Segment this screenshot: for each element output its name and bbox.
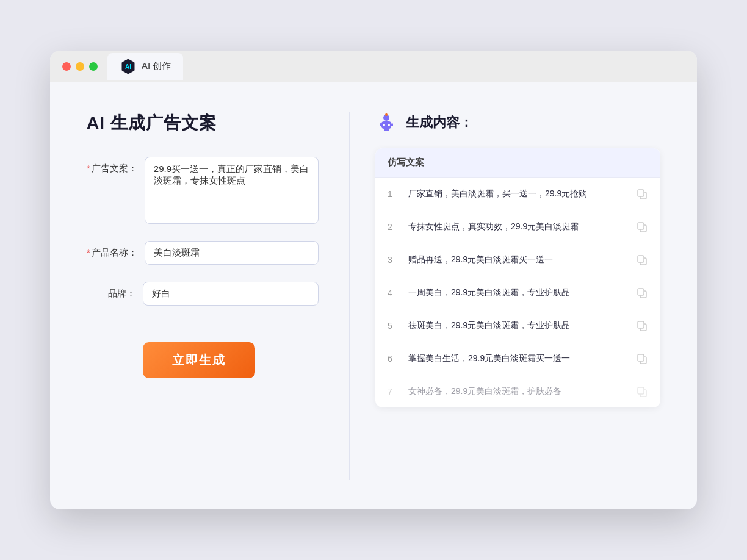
right-header: 生成内容： [375, 112, 660, 134]
copy-icon[interactable] [636, 221, 648, 233]
svg-point-4 [383, 124, 385, 126]
row-number: 6 [388, 354, 400, 364]
svg-text:AI: AI [125, 63, 131, 70]
product-name-input[interactable] [145, 241, 319, 265]
ad-copy-label: *广告文案： [87, 157, 137, 174]
svg-rect-9 [391, 123, 393, 126]
product-name-group: *产品名称： [87, 241, 319, 265]
maximize-button[interactable] [89, 62, 98, 71]
copy-icon[interactable] [636, 254, 648, 266]
content-area: AI 生成广告文案 *广告文案： 29.9买一送一，真正的厂家直销，美白淡斑霜，… [50, 82, 697, 509]
row-text: 赠品再送，29.9元美白淡斑霜买一送一 [408, 253, 627, 266]
ai-tab[interactable]: AI AI 创作 [107, 53, 183, 80]
right-title: 生成内容： [406, 113, 473, 132]
results-container: 仿写文案 1厂家直销，美白淡斑霜，买一送一，29.9元抢购 2专抹女性斑点，真实… [375, 148, 660, 407]
row-text: 专抹女性斑点，真实功效，29.9元美白淡斑霜 [408, 220, 627, 233]
result-row: 2专抹女性斑点，真实功效，29.9元美白淡斑霜 [375, 210, 660, 243]
row-text: 一周美白，29.9元美白淡斑霜，专业护肤品 [408, 286, 627, 299]
svg-rect-11 [386, 129, 389, 131]
result-row: 7女神必备，29.9元美白淡斑霜，护肤必备 [375, 375, 660, 407]
svg-rect-21 [638, 321, 644, 328]
browser-window: AI AI 创作 AI 生成广告文案 *广告文案： 29.9买一送一，真正的厂家… [50, 51, 697, 509]
result-row: 1厂家直销，美白淡斑霜，买一送一，29.9元抢购 [375, 178, 660, 210]
minimize-button[interactable] [76, 62, 84, 71]
results-header: 仿写文案 [375, 148, 660, 178]
brand-group: 品牌： [87, 282, 319, 306]
panel-divider [349, 112, 350, 480]
brand-input[interactable] [143, 282, 319, 306]
right-panel: 生成内容： 仿写文案 1厂家直销，美白淡斑霜，买一送一，29.9元抢购 2专抹女… [356, 112, 660, 480]
row-text: 厂家直销，美白淡斑霜，买一送一，29.9元抢购 [408, 187, 627, 200]
row-text: 女神必备，29.9元美白淡斑霜，护肤必备 [408, 385, 627, 398]
svg-rect-17 [638, 256, 644, 262]
result-row: 3赠品再送，29.9元美白淡斑霜买一送一 [375, 243, 660, 276]
window-controls [62, 62, 98, 71]
svg-rect-13 [638, 190, 644, 196]
results-list: 1厂家直销，美白淡斑霜，买一送一，29.9元抢购 2专抹女性斑点，真实功效，29… [375, 178, 660, 407]
required-mark-product: * [87, 247, 90, 257]
row-text: 掌握美白生活，29.9元美白淡斑霜买一送一 [408, 352, 627, 365]
title-bar: AI AI 创作 [50, 51, 697, 82]
ad-copy-group: *广告文案： 29.9买一送一，真正的厂家直销，美白淡斑霜，专抹女性斑点 [87, 157, 319, 224]
row-number: 1 [388, 189, 400, 199]
svg-rect-23 [638, 354, 644, 361]
close-button[interactable] [62, 62, 71, 71]
svg-rect-15 [638, 223, 644, 229]
left-panel: AI 生成广告文案 *广告文案： 29.9买一送一，真正的厂家直销，美白淡斑霜，… [87, 112, 343, 480]
svg-point-5 [388, 124, 390, 126]
svg-rect-8 [380, 123, 381, 126]
copy-icon[interactable] [636, 353, 648, 365]
row-number: 5 [388, 321, 400, 331]
page-title: AI 生成广告文案 [87, 112, 319, 135]
tab-label: AI 创作 [142, 60, 171, 72]
ai-badge-icon: AI [120, 58, 137, 75]
robot-icon [375, 112, 397, 134]
result-row: 6掌握美白生活，29.9元美白淡斑霜买一送一 [375, 342, 660, 375]
row-number: 3 [388, 255, 400, 265]
result-row: 4一周美白，29.9元美白淡斑霜，专业护肤品 [375, 276, 660, 309]
row-number: 4 [388, 288, 400, 298]
svg-rect-25 [638, 387, 644, 394]
copy-icon[interactable] [636, 287, 648, 299]
required-mark-ad: * [87, 163, 90, 173]
copy-icon[interactable] [636, 188, 648, 200]
svg-rect-10 [384, 129, 386, 131]
row-number: 7 [388, 387, 400, 397]
product-name-label: *产品名称： [87, 241, 137, 259]
copy-icon[interactable] [636, 386, 648, 398]
result-row: 5祛斑美白，29.9元美白淡斑霜，专业护肤品 [375, 309, 660, 342]
generate-button[interactable]: 立即生成 [143, 342, 255, 378]
row-number: 2 [388, 222, 400, 232]
row-text: 祛斑美白，29.9元美白淡斑霜，专业护肤品 [408, 319, 627, 332]
brand-label: 品牌： [87, 282, 135, 300]
copy-icon[interactable] [636, 320, 648, 332]
svg-rect-19 [638, 289, 644, 295]
ad-copy-input[interactable]: 29.9买一送一，真正的厂家直销，美白淡斑霜，专抹女性斑点 [145, 157, 319, 224]
